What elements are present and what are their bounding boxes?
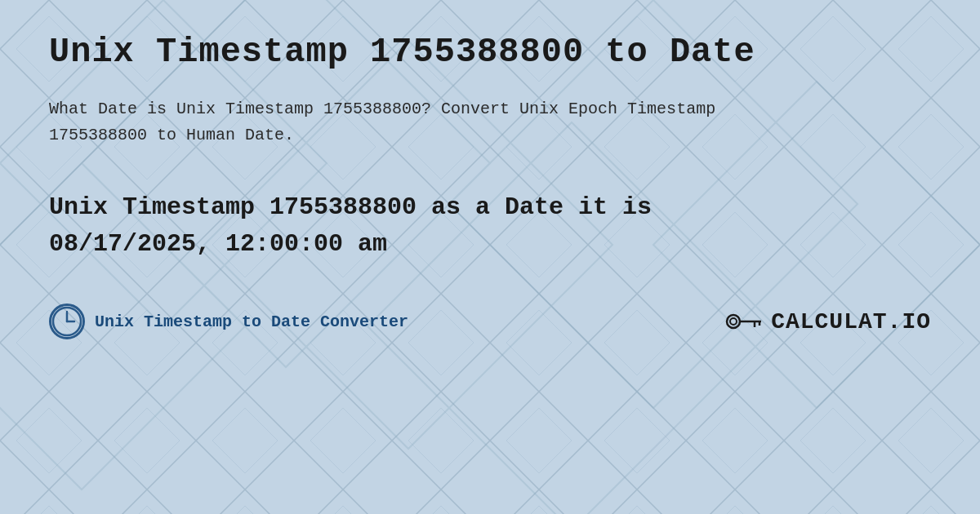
svg-point-17 xyxy=(730,318,737,325)
page-description: What Date is Unix Timestamp 1755388800? … xyxy=(49,96,784,148)
result-section: Unix Timestamp 1755388800 as a Date it i… xyxy=(49,189,931,263)
result-line2: 08/17/2025, 12:00:00 am xyxy=(49,230,387,258)
logo-text: CALCULAT.IO xyxy=(771,309,931,335)
result-line1: Unix Timestamp 1755388800 as a Date it i… xyxy=(49,193,652,221)
footer: Unix Timestamp to Date Converter CALCULA… xyxy=(49,304,931,339)
result-text: Unix Timestamp 1755388800 as a Date it i… xyxy=(49,189,931,263)
svg-point-13 xyxy=(53,308,81,335)
svg-point-16 xyxy=(727,315,740,328)
footer-left: Unix Timestamp to Date Converter xyxy=(49,304,408,339)
page-title: Unix Timestamp 1755388800 to Date xyxy=(49,33,931,72)
clock-icon xyxy=(49,304,85,339)
footer-label: Unix Timestamp to Date Converter xyxy=(95,312,408,331)
logo-area: CALCULAT.IO xyxy=(724,305,931,338)
logo-icon xyxy=(724,305,764,338)
